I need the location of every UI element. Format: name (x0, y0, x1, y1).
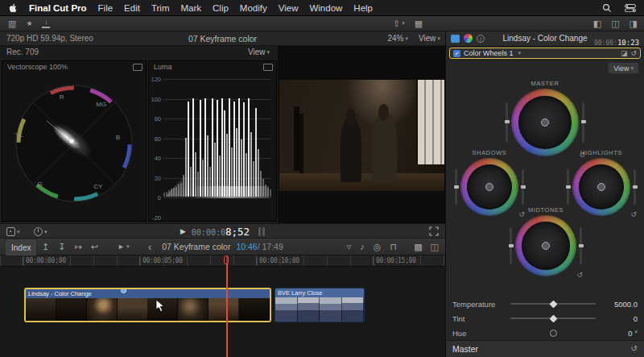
audio-skimming-icon[interactable]: ♪ (360, 243, 365, 251)
wheel-puck[interactable] (485, 183, 493, 191)
hue-row: Hue 0 ° (446, 326, 644, 340)
skimming-icon[interactable]: ▿ (347, 243, 352, 251)
slider-handle[interactable] (549, 300, 557, 308)
left-pane: 720p HD 59.94p, Stereo 07 Keyframe color… (0, 31, 445, 357)
brightness-slider[interactable] (582, 102, 584, 143)
inspector-view-menu[interactable]: View▾ (608, 62, 639, 74)
timeline-back-button[interactable]: ‹ (148, 239, 151, 255)
brightness-slider[interactable] (634, 169, 636, 204)
menu-edit[interactable]: Edit (124, 3, 140, 13)
workspace-grid-icon[interactable]: ▦ (415, 19, 423, 28)
control-center-icon[interactable] (625, 4, 636, 12)
menu-mark[interactable]: Mark (180, 3, 201, 13)
playhead-handle[interactable] (224, 255, 229, 264)
append-clip-icon[interactable]: ↦ (74, 243, 81, 251)
overwrite-clip-icon[interactable]: ↩ (91, 243, 98, 251)
import-media-icon[interactable]: ↓ (42, 19, 50, 28)
wheel-puck[interactable] (597, 183, 605, 191)
temperature-value[interactable]: 5000.0 (602, 300, 638, 309)
connect-clip-icon[interactable]: ↥ (42, 243, 49, 251)
hue-dial[interactable] (510, 332, 596, 334)
brightness-slider[interactable] (522, 169, 524, 204)
menu-file[interactable]: File (98, 3, 114, 13)
luma-bar (229, 98, 230, 196)
fullscreen-icon[interactable] (429, 226, 439, 236)
search-icon[interactable] (602, 3, 612, 13)
insert-clip-icon[interactable]: ↧ (58, 243, 65, 251)
tool-menu[interactable]: ► ▾ (118, 239, 129, 255)
scopes-header: Rec. 709 View▾ (0, 46, 278, 60)
saturation-slider[interactable] (510, 227, 512, 264)
saturation-slider[interactable] (455, 169, 457, 204)
wheel-puck[interactable] (542, 242, 550, 250)
temperature-slider[interactable] (510, 303, 596, 305)
share-button[interactable]: ⇧ ▾ (393, 19, 405, 28)
compare-icon[interactable]: ◪ (621, 50, 628, 57)
audio-meters-icon[interactable] (258, 227, 265, 236)
scope-display-icon[interactable] (263, 64, 273, 71)
correction-enabled-checkbox[interactable]: ✓ (453, 50, 460, 57)
reset-wheel-icon[interactable]: ↺ (576, 271, 583, 279)
hue-value[interactable]: 0 ° (602, 329, 638, 338)
chevron-down-icon: ▾ (518, 50, 522, 56)
timeline-tracks[interactable]: Lindsay - Color Change BVE Larry Close (0, 267, 445, 357)
hue-dial-handle[interactable] (550, 330, 557, 337)
target-mg-label: MG (96, 101, 106, 108)
reset-correction-icon[interactable]: ↺ (630, 50, 637, 57)
transitions-browser-icon[interactable]: ◫ (431, 243, 439, 251)
menu-trim[interactable]: Trim (151, 3, 170, 13)
clip-name: BVE Larry Close (275, 289, 364, 297)
saturation-slider[interactable] (506, 102, 508, 143)
master-section-header[interactable]: Master ↺ (446, 340, 644, 357)
effects-browser-icon[interactable]: ▩ (414, 243, 422, 251)
tint-value[interactable]: 0 (602, 314, 638, 323)
snapping-icon[interactable]: ⊓ (390, 243, 397, 251)
shadows-color-wheel[interactable]: ↺ (460, 158, 518, 216)
luma-bar (200, 100, 201, 197)
timeline-clip-bve-larry[interactable]: BVE Larry Close (275, 288, 365, 322)
viewer-zoom-menu[interactable]: 24%▾ (387, 34, 408, 43)
reset-master-icon[interactable]: ↺ (631, 345, 638, 353)
menu-help[interactable]: Help (353, 3, 373, 13)
apple-menu[interactable] (8, 2, 18, 14)
clip-name: Lindsay - Color Change (26, 289, 270, 298)
correction-selector[interactable]: ✓ Color Wheels 1 ▾ ◪ ↺ (449, 48, 641, 59)
saturation-slider[interactable] (567, 169, 569, 204)
scope-display-icon[interactable] (133, 64, 142, 71)
brightness-slider[interactable] (580, 227, 582, 264)
menu-view[interactable]: View (279, 3, 299, 13)
browser-toggle-icon[interactable]: ◧ (593, 19, 601, 28)
menu-clip[interactable]: Clip (213, 3, 229, 13)
slider-handle[interactable] (549, 314, 557, 322)
chevron-down-icon: ▾ (266, 49, 270, 56)
app-menu-title[interactable]: Final Cut Pro (29, 3, 87, 13)
tint-slider[interactable] (510, 318, 596, 319)
titles-sidebar-icon[interactable]: ★ (26, 20, 32, 27)
luma-bar (168, 190, 170, 196)
scopes-view-menu[interactable]: View▾ (248, 48, 270, 56)
luma-bar (175, 187, 177, 197)
timeline-ruler[interactable]: 00:00:00;00 00:00:05;00 00:00:10;00 00:0… (0, 255, 445, 267)
viewer-view-menu[interactable]: View▾ (419, 34, 440, 43)
timeline-toggle-icon[interactable]: ◫ (611, 19, 619, 28)
index-button[interactable]: Index (5, 239, 37, 256)
wheel-puck[interactable] (541, 118, 549, 127)
master-color-wheel[interactable]: ↺ (511, 89, 579, 156)
menu-window[interactable]: Window (309, 3, 342, 13)
timeline-clip-lindsay[interactable]: Lindsay - Color Change (24, 288, 271, 322)
solo-icon[interactable]: ◎ (374, 243, 382, 251)
midtones-wheel-label: MIDTONES (528, 206, 564, 214)
play-button[interactable]: ▶ (180, 228, 186, 235)
luma-bar (202, 160, 204, 197)
sidebar-toggle-icon[interactable]: ▥ (8, 19, 16, 28)
keyframe-marker[interactable] (121, 288, 126, 293)
menu-modify[interactable]: Modify (240, 3, 267, 13)
playhead[interactable] (226, 255, 228, 357)
luma-bar (267, 188, 269, 197)
highlights-color-wheel[interactable]: ↺ (572, 158, 630, 216)
video-scopes-pane: Rec. 709 View▾ Vectorscope 100% (0, 46, 279, 223)
luma-bar (265, 185, 266, 197)
reset-wheel-icon[interactable]: ↺ (630, 210, 637, 218)
inspector-toggle-icon[interactable]: ◨ (630, 19, 638, 28)
midtones-color-wheel[interactable]: ↺ (515, 215, 576, 276)
